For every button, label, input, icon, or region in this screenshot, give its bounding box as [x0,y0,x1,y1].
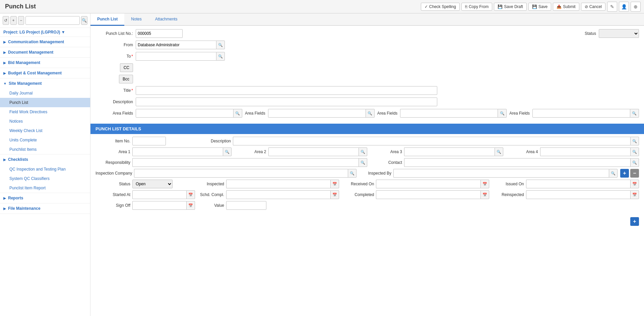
received-on-input[interactable] [376,180,480,188]
area3-input[interactable] [404,147,495,156]
area-field-input-3[interactable] [400,109,498,118]
bottom-add-button[interactable]: + [630,217,639,226]
from-input[interactable] [136,41,216,49]
sidebar-search-input[interactable] [25,16,80,25]
sidebar-item-document[interactable]: ▶ Document Management [0,47,90,57]
area1-label: Area 1 [95,149,132,154]
inspected-calendar-button[interactable]: 📅 [330,180,339,188]
sidebar-item-weekly-check-list[interactable]: Weekly Check List [0,126,90,135]
save-button[interactable]: 💾 Save [528,3,551,11]
inspected-by-search-button[interactable]: 🔍 [609,169,618,178]
description-detail-input[interactable] [233,137,630,145]
area-field-input-4[interactable] [532,109,630,118]
sidebar-item-field-work-directives[interactable]: Field Work Directives [0,107,90,117]
area4-input[interactable] [540,147,631,156]
area-field-search-4[interactable]: 🔍 [630,109,639,118]
sidebar-item-system-qc[interactable]: System QC Classifiers [0,174,90,183]
description-search-button[interactable]: 🔍 [630,137,639,145]
area1-input[interactable] [132,147,223,156]
area-field-search-3[interactable]: 🔍 [498,109,507,118]
bcc-button[interactable]: Bcc [119,75,133,83]
sidebar-item-reports[interactable]: ▶ Reports [0,193,90,203]
issued-on-calendar-button[interactable]: 📅 [630,180,639,188]
sidebar-item-site-management[interactable]: ▼ Site Management [0,78,90,88]
help-icon-button[interactable]: ⊕ [631,2,641,12]
sidebar-item-punch-list[interactable]: Punch List [0,98,90,107]
arrow-right-icon: ▶ [3,196,6,200]
punch-list-no-input[interactable] [136,29,183,38]
project-dropdown-icon[interactable]: ▼ [61,30,65,35]
edit-icon-button[interactable]: ✎ [607,2,617,12]
to-input[interactable] [136,52,216,61]
copy-from-button[interactable]: ⎘ Copy From [461,3,492,11]
sign-off-input[interactable] [132,201,186,210]
sidebar-item-budget[interactable]: ▶ Budget & Cost Management [0,68,90,78]
remove-row-button[interactable]: − [630,169,639,178]
user-icon-button[interactable]: 👤 [619,2,629,12]
value-input[interactable] [226,201,266,210]
description-input[interactable] [136,98,437,106]
schd-compl-calendar-button[interactable]: 📅 [330,190,339,199]
status-dropdown[interactable] [599,29,639,38]
sidebar-item-communication[interactable]: ▶ Communication Management [0,37,90,47]
tab-punch-list[interactable]: Punch List [90,13,124,26]
area2-input[interactable] [268,147,359,156]
area1-search-button[interactable]: 🔍 [223,147,232,156]
submit-button[interactable]: 📤 Submit [553,3,579,11]
inspection-company-input[interactable] [134,169,348,178]
add-row-button[interactable]: + [620,169,629,178]
sidebar-search-button[interactable]: 🔍 [81,16,87,25]
responsibility-input[interactable] [132,158,359,167]
reinspected-input[interactable] [526,190,630,199]
contact-input[interactable] [404,158,630,167]
check-spelling-button[interactable]: ✓ Check Spelling [421,3,460,11]
received-on-calendar-button[interactable]: 📅 [480,180,489,188]
sidebar-add-button[interactable]: + [10,16,17,25]
sidebar-item-punchlist-item-report[interactable]: Punclist Item Report [0,183,90,193]
area4-search-button[interactable]: 🔍 [630,147,639,156]
area-field-search-1[interactable]: 🔍 [234,109,242,118]
cc-row: CC [95,63,639,72]
area2-search-button[interactable]: 🔍 [359,147,367,156]
sidebar-item-qc-inspection[interactable]: QC Inspection and Testing Plan [0,165,90,174]
tab-notes[interactable]: Notes [124,13,148,26]
sidebar-item-daily-journal[interactable]: Daily Journal [0,88,90,98]
schd-compl-date-field: 📅 [226,190,339,199]
sidebar-item-notices[interactable]: Notices [0,117,90,126]
inspected-date-input[interactable] [226,180,330,188]
area3-search-button[interactable]: 🔍 [495,147,503,156]
responsibility-search-button[interactable]: 🔍 [359,158,367,167]
cc-button[interactable]: CC [120,63,133,72]
area-field-input-1[interactable] [136,109,234,118]
area-field-search-2[interactable]: 🔍 [366,109,375,118]
detail-status-dropdown[interactable]: Open Closed Pending [132,180,173,188]
sidebar-remove-button[interactable]: − [18,16,24,25]
started-at-input[interactable] [132,190,186,199]
arrow-right-icon: ▶ [3,61,6,65]
sidebar-item-file-maintenance[interactable]: ▶ File Maintenance [0,203,90,213]
arrow-down-icon: ▼ [3,82,7,85]
issued-on-input[interactable] [526,180,630,188]
cancel-button[interactable]: ⊘ Cancel [581,3,605,11]
save-draft-button[interactable]: 💾 Save Draft [494,3,527,11]
completed-input[interactable] [376,190,480,199]
sidebar-refresh-button[interactable]: ↺ [3,16,9,25]
to-search-button[interactable]: 🔍 [216,52,225,61]
sidebar-item-checklists[interactable]: ▶ Checklists [0,154,90,165]
sidebar-item-bid[interactable]: ▶ Bid Management [0,58,90,68]
reinspected-calendar-button[interactable]: 📅 [630,190,639,199]
sidebar-item-punchlist-items[interactable]: Punchlist Items [0,145,90,154]
schd-compl-input[interactable] [226,190,330,199]
contact-search-button[interactable]: 🔍 [630,158,639,167]
area-field-input-2[interactable] [268,109,366,118]
sidebar-item-units-complete[interactable]: Units Complete [0,135,90,145]
tab-attachments[interactable]: Attachments [148,13,184,26]
title-input[interactable] [136,86,437,95]
inspection-company-search-button[interactable]: 🔍 [348,169,357,178]
save-icon: 💾 [532,4,537,9]
from-search-button[interactable]: 🔍 [216,41,225,49]
project-name[interactable]: LG Project [19,30,40,35]
inspected-by-input[interactable] [393,169,609,178]
completed-calendar-button[interactable]: 📅 [480,190,489,199]
item-no-input[interactable] [132,137,166,145]
